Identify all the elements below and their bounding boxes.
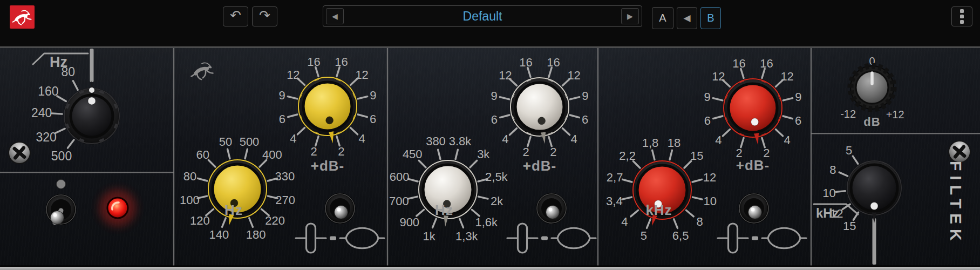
section-divider [597,48,598,266]
q-width-icons [296,224,384,253]
knob-tick-label: 2,7 [607,171,623,184]
knob-tick-label: 240 [31,106,52,120]
hf-q-toggle-switch[interactable] [739,194,768,223]
knob-tick-label: 2 [310,145,317,158]
compare-a-button[interactable]: A [652,7,673,29]
knob-tick-label: 2k [491,194,503,208]
preset-next-button[interactable]: ▶ [621,8,639,24]
mid-q-toggle-switch[interactable] [537,194,566,223]
knob-tick-label: 12 [703,171,716,184]
knob-tick-label: 5 [846,144,852,157]
knob-tick [686,210,693,217]
hpf-freq-knob[interactable]: 80160240320500 [31,65,119,163]
knob-tick-label: 6 [582,113,588,126]
knob-tick-label: -12 [840,108,856,120]
knob-tick-label: 2,2 [619,149,636,163]
redo-button[interactable]: ↷ [252,6,277,26]
mid-freq-knob[interactable]: 3804506007009001k3.8k3k2,5k2k1,6k1,3k [389,134,508,243]
knob-tick [836,191,845,192]
knob-tick-label: 400 [262,148,282,161]
antelope-brand-mark [188,59,217,84]
knob-tick [549,68,552,77]
knob-tick-label: 900 [399,215,419,229]
hf-gain-knob[interactable]: 1612964216129642 [704,57,801,160]
knob-tick-label: 140 [209,228,229,241]
knob-tick [245,149,247,158]
knob-tick [297,128,304,134]
knob-tick [562,129,569,135]
knob-tick-label: 6 [795,114,801,127]
knob-tick-label: 4 [502,132,508,146]
knob-tick [839,172,848,176]
lpf-section-title: kHz [812,202,861,227]
knob-tick [775,130,782,136]
knob-tick [670,150,672,159]
knob-tick-label: 1,3k [455,230,479,243]
mid-gain-knob[interactable]: 1612964216129642 [491,56,588,159]
knob-tick-label: 16 [732,57,745,70]
knob-tick-label: +12 [886,109,904,120]
knob-tick-label: 16 [307,55,320,69]
filtek-plugin-window: ↶ ↷ ◀ Default ▶ A ◀ B [0,0,980,270]
knob-tick [208,160,215,167]
knob-tick-label: 4 [359,132,365,145]
knob-tick-label: 9 [370,89,376,102]
knob-tick [509,129,516,135]
lf-gain-label: +dB- [311,158,345,174]
lf-gain-knob[interactable]: 1612964216129642 [278,55,376,158]
knob-tick [455,150,458,159]
knob-tick-label: 3k [477,147,490,161]
knob-tick-label: 4 [571,132,577,146]
knob-tick [198,178,207,181]
compare-b-button[interactable]: B [700,7,721,29]
lf-q-toggle-switch[interactable] [325,194,355,223]
preset-display[interactable]: Default [323,6,642,26]
knob-tick-label: 16 [547,56,560,69]
compare-copy-button[interactable]: ◀ [677,7,697,29]
knob-tick-label: 16 [519,56,532,69]
knob-tick-label: 6 [370,112,376,126]
knob-tick [723,130,730,136]
knob-tick [470,160,477,167]
mid-freq-unit-label: Hz [435,202,453,219]
knob-tick-label: 1k [423,230,436,243]
knob-tick-label: 180 [246,228,266,241]
knob-tick-label: 10 [703,194,716,208]
knob-tick-label: 270 [275,193,295,207]
knob-tick-label: 5 [641,229,647,242]
hpf-toggle-switch[interactable] [46,195,76,225]
knob-tick-label: 12 [355,68,368,82]
knob-tick-label: 330 [275,170,295,183]
hpf-section-title: Hz [31,51,91,76]
knob-tick-label: 9 [795,90,801,104]
knob-tick [570,97,579,99]
hf-freq-knob[interactable]: 1,82,22,73,4451815121086,5 [606,136,717,243]
knob-tick-label: 12 [712,70,725,83]
eq-panel: 8016024032050016129642161296425060801001… [0,46,980,267]
knob-tick [288,97,297,99]
output-gain-knob[interactable]: 0-12+12 [840,55,904,120]
knob-tick [631,210,638,217]
panel-graphics: 8016024032050016129642161296425060801001… [0,46,980,267]
kebab-menu-button[interactable] [951,6,972,26]
knob-tick-label: 9 [704,90,710,104]
knob-tick [249,218,253,227]
knob-tick [419,160,426,167]
power-led [99,190,136,226]
knob-tick [783,98,792,100]
knob-tick-label: 2,5k [485,170,508,184]
knob-tick-label: 2 [522,145,529,159]
knob-position-dot [88,97,96,105]
knob-tick-label: 3.8k [449,134,472,148]
knob-tick-label: 6,5 [672,229,689,242]
knob-tick [674,219,678,228]
knob-tick [408,197,418,199]
hf-gain-label: +dB- [736,157,770,174]
knob-tick [549,137,552,146]
lf-freq-knob[interactable]: 506080100120140500400330270220180 [180,135,295,242]
knob-tick [853,156,858,164]
knob-tick [647,219,651,228]
undo-button[interactable]: ↶ [223,6,248,26]
knob-tick [409,179,418,181]
q-width-icons [718,224,806,253]
